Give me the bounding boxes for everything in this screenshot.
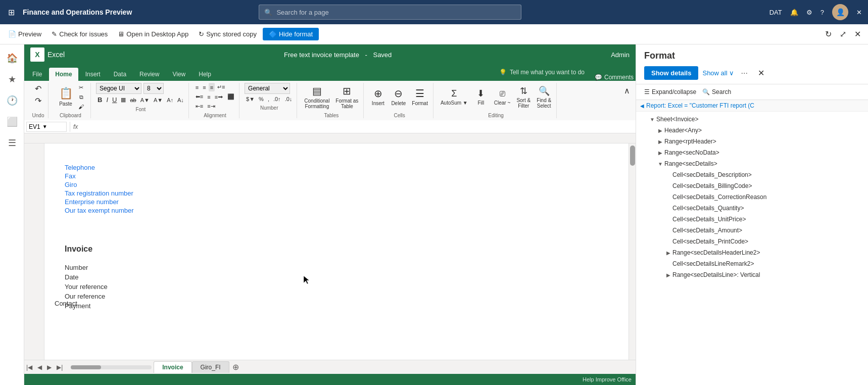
hide-format-button[interactable]: 🔷 Hide format bbox=[263, 28, 319, 40]
wrap-text-button[interactable]: ↵≡ bbox=[216, 83, 226, 91]
tree-cell-secDetails-billing[interactable]: ▶ Cell<secDetails_BillingCode> bbox=[636, 180, 868, 191]
align-top-center-button[interactable]: ≡ bbox=[201, 83, 207, 91]
format-painter-button[interactable]: 🖌 bbox=[77, 103, 85, 111]
notifications-icon[interactable]: 🔔 bbox=[790, 9, 798, 16]
preview-button[interactable]: 📄 Preview bbox=[4, 28, 45, 40]
font-color-button[interactable]: A▼ bbox=[152, 96, 164, 104]
tab-file[interactable]: File bbox=[26, 68, 48, 81]
comments-button[interactable]: 💬 Comments bbox=[595, 74, 634, 81]
percent-button[interactable]: % bbox=[257, 95, 265, 103]
cut-button[interactable]: ✂ bbox=[77, 83, 85, 92]
tax-exempt-link[interactable]: Our tax exempt number bbox=[65, 207, 615, 214]
tree-range-secDetailsLine[interactable]: ▶ Range<secDetailsLine>: Vertical bbox=[636, 269, 868, 280]
copy-button[interactable]: ⧉ bbox=[77, 93, 85, 102]
giro-link[interactable]: Giro bbox=[65, 181, 615, 188]
collapse-ribbon-button[interactable]: ∧ bbox=[622, 85, 632, 97]
clear-button[interactable]: ⎚ Clear ~ bbox=[492, 87, 513, 107]
vertical-scrollbar[interactable] bbox=[629, 133, 636, 360]
align-right-button[interactable]: ≡⮕ bbox=[213, 92, 225, 101]
decrease-font-button[interactable]: A↓ bbox=[176, 96, 185, 104]
close-panel-button[interactable]: ✕ bbox=[851, 27, 864, 41]
merge-center-button[interactable]: ⬛ bbox=[226, 92, 236, 101]
currency-button[interactable]: $▼ bbox=[245, 95, 256, 103]
sync-button[interactable]: ↻ Sync stored copy bbox=[195, 28, 261, 40]
underline-button[interactable]: U bbox=[111, 95, 118, 105]
sidebar-workspace-icon[interactable]: ⬜ bbox=[3, 112, 22, 131]
user-avatar[interactable]: 👤 bbox=[832, 4, 848, 20]
format-cells-button[interactable]: ☰ Format bbox=[410, 86, 430, 107]
sheet-tab-giro-fi[interactable]: Giro_FI bbox=[192, 361, 229, 373]
global-search-box[interactable]: 🔍 bbox=[259, 5, 521, 20]
more-options-button[interactable]: ··· bbox=[738, 68, 751, 79]
grid-menu-icon[interactable]: ⊞ bbox=[6, 6, 17, 19]
align-top-left-button[interactable]: ≡ bbox=[194, 83, 200, 91]
tree-range-secDetailsHeaderLine2[interactable]: ▶ Range<secDetailsHeaderLine2> bbox=[636, 247, 868, 258]
sort-filter-button[interactable]: ⇅ Sort &Filter bbox=[514, 84, 533, 110]
tab-data[interactable]: Data bbox=[108, 68, 132, 81]
tab-view[interactable]: View bbox=[166, 68, 191, 81]
tree-cell-secDetails-unitprice[interactable]: ▶ Cell<secDetails_UnitPrice> bbox=[636, 214, 868, 225]
enterprise-link[interactable]: Enterprise number bbox=[65, 198, 615, 206]
ribbon-tell-me[interactable]: 💡 Tell me what you want to do bbox=[493, 67, 591, 78]
sidebar-home-icon[interactable]: 🏠 bbox=[3, 49, 22, 68]
tax-reg-link[interactable]: Tax registration number bbox=[65, 189, 615, 197]
insert-button[interactable]: ⊕ Insert bbox=[369, 86, 387, 107]
spreadsheet-area[interactable]: Telephone Fax Giro Tax registration numb… bbox=[24, 133, 636, 360]
open-desktop-button[interactable]: 🖥 Open in Desktop App bbox=[114, 28, 192, 40]
name-box[interactable]: EV1 ▼ bbox=[26, 122, 67, 132]
sheet-tab-invoice[interactable]: Invoice bbox=[154, 361, 191, 373]
refresh-button[interactable]: ↻ bbox=[822, 27, 835, 41]
tree-sheet-invoice[interactable]: ▼ Sheet<Invoice> bbox=[636, 114, 868, 125]
undo-button[interactable]: ↶ bbox=[33, 83, 43, 94]
tree-cell-secDetails-desc[interactable]: ▶ Cell<secDetails_Description> bbox=[636, 169, 868, 180]
find-select-button[interactable]: 🔍 Find &Select bbox=[535, 84, 553, 110]
settings-icon[interactable]: ⚙ bbox=[806, 9, 812, 16]
popout-button[interactable]: ⤢ bbox=[837, 27, 849, 41]
increase-decimal-button[interactable]: .0↑ bbox=[272, 95, 282, 103]
show-details-button[interactable]: Show details bbox=[644, 66, 698, 80]
format-as-table-button[interactable]: ⊞ Format asTable bbox=[333, 84, 360, 110]
align-left-button[interactable]: ⬅≡ bbox=[194, 92, 205, 101]
formula-input[interactable] bbox=[80, 123, 634, 130]
tree-header-any[interactable]: ▶ Header<Any> bbox=[636, 125, 868, 136]
sidebar-modules-icon[interactable]: ☰ bbox=[4, 133, 20, 153]
decrease-indent-button[interactable]: ⇤≡ bbox=[194, 102, 205, 111]
help-icon[interactable]: ? bbox=[821, 9, 824, 16]
italic-button[interactable]: I bbox=[105, 95, 110, 105]
sidebar-star-icon[interactable]: ★ bbox=[4, 70, 20, 89]
increase-font-button[interactable]: A↑ bbox=[165, 96, 175, 104]
prev-sheet-button[interactable]: ◀ bbox=[35, 363, 44, 372]
tab-home[interactable]: Home bbox=[49, 68, 78, 81]
search-panel-button[interactable]: 🔍 Search bbox=[702, 88, 731, 95]
horizontal-scrollbar[interactable] bbox=[71, 365, 152, 369]
close-window-icon[interactable]: ✕ bbox=[856, 9, 862, 16]
close-format-panel-button[interactable]: ✕ bbox=[755, 66, 767, 80]
check-issues-button[interactable]: ✎ Check for issues bbox=[47, 28, 112, 40]
font-size-select[interactable]: 8 bbox=[143, 83, 164, 94]
add-sheet-button[interactable]: ⊕ bbox=[229, 361, 242, 373]
align-top-right-button[interactable]: ≡ bbox=[209, 83, 215, 91]
tree-cell-secDetailsLineRemark2[interactable]: ▶ Cell<secDetailsLineRemark2> bbox=[636, 258, 868, 269]
first-sheet-button[interactable]: |◀ bbox=[24, 363, 34, 372]
telephone-link[interactable]: Telephone bbox=[65, 164, 615, 171]
strikethrough-button[interactable]: ab bbox=[128, 96, 137, 104]
number-format-select[interactable]: General bbox=[245, 83, 290, 94]
tree-cell-secDetails-amount[interactable]: ▶ Cell<secDetails_Amount> bbox=[636, 225, 868, 236]
last-sheet-button[interactable]: ▶| bbox=[55, 363, 65, 372]
tree-range-rptHeader[interactable]: ▶ Range<rptHeader> bbox=[636, 136, 868, 147]
tree-range-secDetails[interactable]: ▼ Range<secDetails> bbox=[636, 158, 868, 169]
decrease-decimal-button[interactable]: .0↓ bbox=[283, 95, 294, 103]
fax-link[interactable]: Fax bbox=[65, 172, 615, 180]
tree-range-secNoData[interactable]: ▶ Range<secNoData> bbox=[636, 147, 868, 158]
tab-help[interactable]: Help bbox=[192, 68, 217, 81]
tree-root-node[interactable]: ◀ Report: Excel = "Customer FTI report (… bbox=[636, 100, 868, 112]
expand-collapse-button[interactable]: ☰ Expand/collapse bbox=[644, 88, 696, 95]
border-button[interactable]: ▦ bbox=[119, 95, 127, 104]
comma-button[interactable]: , bbox=[266, 95, 271, 103]
tab-review[interactable]: Review bbox=[133, 68, 165, 81]
tree-cell-secDetails-qty[interactable]: ▶ Cell<secDetails_Quantity> bbox=[636, 203, 868, 214]
tree-cell-secDetails-correction[interactable]: ▶ Cell<secDetails_CorrectionReason bbox=[636, 191, 868, 203]
increase-indent-button[interactable]: ≡⇥ bbox=[206, 102, 216, 111]
tab-insert[interactable]: Insert bbox=[79, 68, 107, 81]
font-family-select[interactable]: Segoe UI bbox=[96, 83, 141, 94]
